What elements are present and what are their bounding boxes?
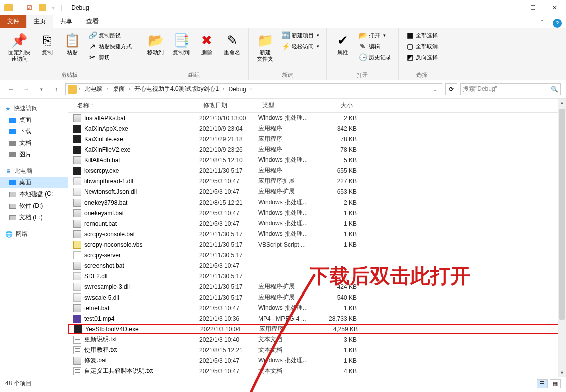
search-icon[interactable]: 🔍 [551,86,558,93]
file-row[interactable]: 更新说明.txt2022/1/3 10:40文本文档3 KB [68,334,566,345]
sidebar-downloads[interactable]: 下载 [0,126,68,137]
file-row[interactable]: swscale-5.dll2021/11/30 5:17应用程序扩展540 KB [68,292,566,303]
maximize-button[interactable]: ☐ [522,0,544,15]
ribbon-collapse-icon[interactable]: ⌃ [536,17,549,28]
paste-button[interactable]: 📋粘贴 [61,30,83,58]
address-dropdown[interactable]: ⌄ [431,86,440,93]
file-row[interactable]: onekeyaml.bat2021/5/3 10:47Windows 批处理..… [68,208,566,218]
invertsel-button[interactable]: ◩反向选择 [404,52,440,62]
refresh-button[interactable]: ⟳ [445,83,457,95]
scrollbar[interactable]: ▲ ▼ [558,99,566,377]
tab-view[interactable]: 查看 [79,15,106,28]
breadcrumb-2[interactable]: 开心电视助手4.0测试版by剑心1 [132,84,221,94]
back-button[interactable]: ← [5,83,17,95]
selectall-button[interactable]: ▦全部选择 [404,30,440,40]
close-button[interactable]: ✕ [544,0,566,15]
sidebar-quickaccess[interactable]: ★快速访问 [0,103,68,114]
file-row[interactable]: remount.bat2021/5/3 10:47Windows 批处理...1… [68,218,566,229]
easyaccess-button[interactable]: ⚡轻松访问▾ [279,41,321,51]
qat-checkbox-icon[interactable]: ☑ [24,2,35,13]
chevron-right-icon[interactable]: › [79,86,80,92]
file-row[interactable]: SDL2.dll2021/11/30 5:17 [68,271,566,281]
file-row[interactable]: kxscrcpy.exe2021/11/30 5:17应用程序655 KB [68,165,566,176]
file-list[interactable]: InstallAPKs.bat2021/10/10 13:00Windows 批… [68,113,566,377]
file-row[interactable]: scrcpy-noconsole.vbs2021/11/30 5:17VBScr… [68,239,566,250]
col-type[interactable]: 类型 [258,101,317,110]
rename-button[interactable]: ✎重命名 [221,30,243,58]
file-row[interactable]: Newtonsoft.Json.dll2021/5/3 10:47应用程序扩展6… [68,186,566,197]
file-row[interactable]: scrcpy-console.bat2021/11/30 5:17Windows… [68,229,566,239]
tab-share[interactable]: 共享 [53,15,79,28]
sidebar-desktop2[interactable]: 桌面 [0,177,68,188]
open-button[interactable]: 📂打开▾ [357,30,393,40]
icons-view-icon[interactable]: ▦ [550,379,561,388]
breadcrumb-0[interactable]: 此电脑 [82,84,105,94]
file-row[interactable]: KaiXinFileV2.exe2021/10/9 23:26应用程序78 KB [68,144,566,155]
chevron-right-icon[interactable]: › [250,86,252,92]
tab-file[interactable]: 文件 [0,15,26,28]
file-row[interactable]: onekey3798.bat2021/8/15 12:21Windows 批处理… [68,197,566,208]
sidebar-network[interactable]: 🌐网络 [0,228,68,240]
minimize-button[interactable]: — [500,0,522,15]
delete-button[interactable]: ✖删除 [196,30,218,58]
tab-home[interactable]: 主页 [26,15,53,28]
file-row[interactable]: 自定义工具箱脚本说明.txt2021/5/3 10:47文本文档4 KB [68,366,566,376]
qat-share-icon[interactable] [37,2,48,13]
address-bar[interactable]: › 此电脑 › 桌面 › 开心电视助手4.0测试版by剑心1 › Debug ›… [65,83,442,95]
file-row[interactable]: telnet.bat2021/5/3 10:47Windows 批处理...1 … [68,303,566,313]
file-row[interactable]: InstallAPKs.bat2021/10/10 13:00Windows 批… [68,113,566,123]
copy-button[interactable]: ⎘复制 [36,30,58,58]
file-row[interactable]: KaiXinFile.exe2021/1/29 21:18应用程序78 KB [68,134,566,144]
sidebar-desktop[interactable]: 桌面 [0,114,68,126]
file-row[interactable]: YesStbToolV4D.exe2022/1/3 10:04应用程序4,259… [68,324,566,334]
sidebar-localdisk[interactable]: 本地磁盘 (C: [0,188,68,200]
up-button[interactable]: ↑ [50,83,62,95]
sidebar-docs2[interactable]: 文档 (E:) [0,212,68,223]
breadcrumb-3[interactable]: Debug [226,85,248,94]
search-input[interactable]: 搜索"Debug" 🔍 [460,83,561,95]
selectnone-button[interactable]: ▢全部取消 [404,41,440,51]
newitem-button[interactable]: 🆕新建项目▾ [279,30,321,40]
edit-button[interactable]: ✎编辑 [357,41,393,51]
file-row[interactable]: scrcpy-server2021/11/30 5:17 [68,250,566,260]
file-name: onekeyaml.bat [84,210,124,217]
qat-drop[interactable]: ▾ [52,4,55,11]
cut-button[interactable]: ✂剪切 [86,52,134,62]
copyto-button[interactable]: 📑复制到 [170,30,193,58]
chevron-right-icon[interactable]: › [223,86,224,92]
copypath-button[interactable]: 🔗复制路径 [86,30,134,40]
file-row[interactable]: 使用教程.txt2021/8/15 12:21文本文档1 KB [68,345,566,355]
file-row[interactable]: screenshot.bat2021/5/3 10:47 [68,260,566,271]
properties-button[interactable]: ✔属性 [332,30,354,58]
help-icon[interactable]: ? [553,19,562,28]
newfolder-button[interactable]: 📁新建 文件夹 [254,30,276,64]
forward-button[interactable]: → [20,83,32,95]
moveto-button[interactable]: 📂移动到 [144,30,167,58]
breadcrumb-1[interactable]: 桌面 [111,84,127,94]
sidebar-software[interactable]: 软件 (D:) [0,200,68,212]
file-row[interactable]: libwinpthread-1.dll2021/5/3 10:47应用程序扩展2… [68,176,566,186]
scroll-up-icon[interactable]: ▲ [558,99,566,107]
paste-icon: 📋 [64,32,80,48]
scroll-down-icon[interactable]: ▼ [558,369,566,377]
col-date[interactable]: 修改日期 [199,101,258,110]
newitem-icon: 🆕 [281,31,290,39]
pasteshortcut-button[interactable]: ↗粘贴快捷方式 [86,41,134,51]
recent-dropdown[interactable]: ▾ [35,83,47,95]
col-size[interactable]: 大小 [317,101,357,110]
sidebar-documents[interactable]: 文档 [0,137,68,149]
chevron-right-icon[interactable]: › [107,86,108,92]
scrollbar-thumb[interactable] [559,109,565,320]
file-row[interactable]: KaiXinAppX.exe2021/10/9 23:04应用程序342 KB [68,123,566,134]
pin-button[interactable]: 📌固定到快 速访问 [5,30,33,64]
sidebar-pictures[interactable]: 图片 [0,149,68,160]
file-row[interactable]: test01.mp42021/1/3 10:36MP4 - MPEG-4 ...… [68,313,566,324]
history-button[interactable]: 🕒历史记录 [357,52,393,62]
file-row[interactable]: 修复.bat2021/5/3 10:47Windows 批处理...1 KB [68,355,566,366]
details-view-icon[interactable]: ☰ [537,379,548,388]
sidebar-thispc[interactable]: 🖥此电脑 [0,165,68,177]
file-row[interactable]: swresample-3.dll2021/11/30 5:17应用程序扩展424… [68,281,566,292]
file-row[interactable]: KillAllAdb.bat2021/8/15 12:10Windows 批处理… [68,155,566,165]
chevron-right-icon[interactable]: › [129,86,130,92]
col-name[interactable]: 名称˄ [73,101,199,110]
